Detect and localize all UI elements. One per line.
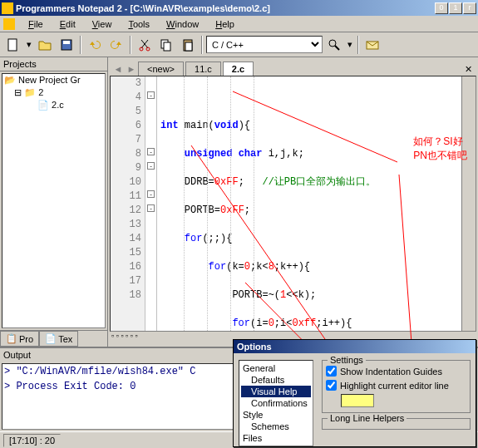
- svg-rect-8: [185, 42, 192, 51]
- mail-button[interactable]: [362, 35, 382, 55]
- opt-defaults[interactable]: Defaults: [241, 374, 311, 386]
- save-button[interactable]: [57, 35, 76, 55]
- fold-margin[interactable]: - - - - -: [145, 76, 157, 331]
- chk-highlight-line-input[interactable]: [326, 380, 337, 391]
- chk-indentation-guides[interactable]: Show Indentation Guides: [326, 366, 466, 377]
- menu-tools[interactable]: Tools: [121, 17, 156, 31]
- opt-style[interactable]: Style: [241, 409, 311, 421]
- redo-button[interactable]: [106, 35, 126, 55]
- opt-confirmations[interactable]: Confirmations: [241, 397, 311, 409]
- svg-rect-6: [164, 42, 170, 51]
- menu-bar: File Edit View Tools Window Help: [0, 16, 478, 32]
- highlight-color-swatch[interactable]: [341, 394, 374, 407]
- opt-schemes[interactable]: Schemes: [241, 421, 311, 432]
- menu-edit[interactable]: Edit: [53, 17, 82, 31]
- tree-group[interactable]: ⊟ 📁 2: [2, 86, 105, 99]
- tab-close-button[interactable]: ✕: [461, 62, 475, 76]
- projects-tab[interactable]: 📋 Pro: [0, 331, 39, 347]
- new-dropdown[interactable]: ▾: [25, 39, 33, 50]
- vertical-scrollbar[interactable]: [461, 76, 476, 331]
- menu-help[interactable]: Help: [209, 17, 241, 31]
- settings-group: Settings Show Indentation Guides Highlig…: [322, 360, 471, 413]
- undo-button[interactable]: [85, 35, 105, 55]
- tab-nav-next[interactable]: ►: [125, 62, 138, 76]
- language-select[interactable]: C / C++: [206, 36, 323, 53]
- toolbar: ▾ C / C++ ▾: [0, 32, 478, 57]
- project-tree[interactable]: 📂 New Project Gr ⊟ 📁 2 📄 2.c: [2, 73, 106, 328]
- svg-rect-2: [63, 41, 70, 44]
- svg-line-10: [335, 46, 339, 50]
- maximize-button[interactable]: 1: [449, 2, 462, 14]
- open-button[interactable]: [35, 35, 55, 55]
- chk-highlight-line[interactable]: Highlight current editor line: [326, 380, 466, 391]
- line-gutter: 3456 78910 11121314 15161718: [111, 76, 145, 331]
- options-tree[interactable]: General Defaults Visual Help Confirmatio…: [239, 360, 313, 446]
- opt-visual-help[interactable]: Visual Help: [241, 386, 311, 397]
- new-file-button[interactable]: [3, 35, 23, 55]
- projects-title: Projects: [0, 57, 107, 71]
- window-title: Programmers Notepad 2 - [C:\WinAVR\examp…: [16, 3, 435, 13]
- copy-button[interactable]: [156, 35, 176, 55]
- tab-nav-prev[interactable]: ◄: [111, 62, 125, 76]
- menu-file[interactable]: File: [22, 17, 50, 31]
- projects-panel: Projects 📂 New Project Gr ⊟ 📁 2 📄 2.c 📋 …: [0, 57, 108, 347]
- cut-button[interactable]: [135, 35, 155, 55]
- tab-11c[interactable]: 11.c: [185, 62, 221, 76]
- cursor-position: [17:10] : 20: [3, 434, 61, 447]
- svg-rect-0: [8, 39, 17, 51]
- code-content[interactable]: int main(void){ unsigned char i,j,k; DDR…: [157, 76, 461, 331]
- title-bar: Programmers Notepad 2 - [C:\WinAVR\examp…: [0, 0, 478, 16]
- find-dropdown[interactable]: ▾: [346, 39, 354, 50]
- minimize-button[interactable]: 0: [435, 2, 448, 14]
- app-icon: [2, 2, 13, 14]
- menu-window[interactable]: Window: [160, 17, 205, 31]
- code-editor[interactable]: 3456 78910 11121314 15161718 - - - - - i…: [110, 76, 476, 332]
- options-dialog[interactable]: Options General Defaults Visual Help Con…: [233, 339, 476, 447]
- find-button[interactable]: [324, 35, 344, 55]
- options-title: Options: [234, 340, 476, 353]
- paste-button[interactable]: [178, 35, 198, 55]
- editor-panel: ◄ ► <new> 11.c 2.c ✕ 3456 78910 11121314…: [108, 57, 478, 347]
- menu-view[interactable]: View: [86, 17, 119, 31]
- svg-point-9: [329, 40, 336, 47]
- tab-2c[interactable]: 2.c: [223, 62, 254, 76]
- longline-group: Long Line Helpers: [322, 418, 471, 430]
- opt-files[interactable]: Files: [241, 432, 311, 444]
- chk-indentation-guides-input[interactable]: [326, 366, 337, 377]
- system-menu-icon[interactable]: [3, 18, 15, 30]
- tab-new[interactable]: <new>: [138, 62, 184, 76]
- tree-file[interactable]: 📄 2.c: [2, 99, 105, 111]
- opt-general[interactable]: General: [241, 362, 311, 374]
- textclips-tab[interactable]: 📄 Tex: [39, 331, 78, 347]
- close-button[interactable]: r: [463, 2, 476, 14]
- tree-root[interactable]: 📂 New Project Gr: [2, 74, 105, 86]
